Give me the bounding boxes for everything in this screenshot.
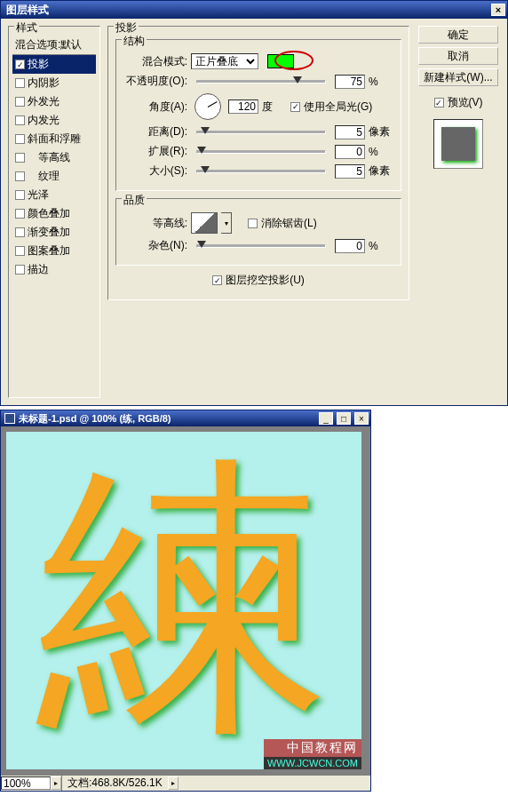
settings-panel: 投影 结构 混合模式: 正片叠底 不透明度(O): % bbox=[107, 26, 409, 398]
dialog-title: 图层样式 bbox=[6, 3, 491, 18]
dialog-titlebar[interactable]: 图层样式 × bbox=[1, 1, 507, 19]
zoom-dropdown-icon[interactable]: ▸ bbox=[51, 776, 61, 790]
blend-mode-label: 混合模式: bbox=[123, 54, 187, 69]
size-slider[interactable] bbox=[196, 170, 326, 173]
ok-button[interactable]: 确定 bbox=[418, 26, 498, 44]
style-label: 内阴影 bbox=[28, 76, 60, 91]
watermark: 中国教程网 WWW.JCWCN.COM bbox=[264, 739, 361, 769]
style-checkbox[interactable] bbox=[15, 209, 25, 219]
shadow-color-swatch[interactable] bbox=[267, 54, 294, 68]
style-label: 外发光 bbox=[28, 94, 60, 109]
angle-unit: 度 bbox=[262, 100, 287, 115]
preview-swatch bbox=[441, 127, 475, 161]
style-checkbox[interactable] bbox=[15, 246, 25, 256]
style-label: 投影 bbox=[28, 57, 49, 72]
structure-legend: 结构 bbox=[122, 34, 147, 49]
contour-dropdown-icon[interactable]: ▾ bbox=[221, 212, 232, 234]
preview-label: 预览(V) bbox=[448, 95, 483, 110]
doc-info-dropdown-icon[interactable]: ▸ bbox=[168, 776, 179, 790]
spread-input[interactable] bbox=[335, 145, 365, 159]
style-checkbox[interactable] bbox=[15, 115, 25, 125]
distance-label: 距离(D): bbox=[123, 124, 187, 139]
blend-mode-select[interactable]: 正片叠底 bbox=[191, 53, 258, 69]
text-layer-glyph: 練 bbox=[37, 454, 330, 747]
cancel-button[interactable]: 取消 bbox=[418, 47, 498, 65]
style-label: 纹理 bbox=[28, 169, 60, 184]
style-row[interactable]: 内发光 bbox=[12, 111, 96, 130]
style-label: 渐变叠加 bbox=[28, 225, 70, 240]
maximize-icon[interactable]: □ bbox=[337, 412, 351, 425]
style-row[interactable]: 纹理 bbox=[12, 167, 96, 186]
style-row[interactable]: 描边 bbox=[12, 260, 96, 279]
new-style-button[interactable]: 新建样式(W)... bbox=[418, 68, 498, 86]
noise-label: 杂色(N): bbox=[123, 238, 187, 253]
style-checkbox[interactable] bbox=[15, 171, 25, 181]
style-checkbox[interactable] bbox=[15, 97, 25, 107]
structure-fieldset: 结构 混合模式: 正片叠底 不透明度(O): % 角度(A) bbox=[115, 39, 401, 191]
watermark-line1: 中国教程网 bbox=[264, 739, 361, 757]
style-row[interactable]: 等高线 bbox=[12, 148, 96, 167]
global-light-label: 使用全局光(G) bbox=[304, 100, 372, 115]
opacity-label: 不透明度(O): bbox=[123, 74, 187, 89]
zoom-input[interactable]: 100% bbox=[1, 776, 51, 790]
antialias-checkbox[interactable] bbox=[248, 219, 258, 228]
style-checkbox[interactable] bbox=[15, 78, 25, 88]
dialog-right-column: 确定 取消 新建样式(W)... 预览(V) bbox=[417, 26, 500, 398]
size-label: 大小(S): bbox=[123, 163, 187, 179]
style-row[interactable]: 外发光 bbox=[12, 92, 96, 111]
styles-list-group: 样式 混合选项:默认投影内阴影外发光内发光斜面和浮雕等高线纹理光泽颜色叠加渐变叠… bbox=[8, 26, 100, 398]
angle-dial[interactable] bbox=[194, 93, 221, 120]
watermark-line2: WWW.JCWCN.COM bbox=[264, 757, 361, 769]
size-unit: 像素 bbox=[369, 163, 393, 179]
style-checkbox[interactable] bbox=[15, 134, 25, 144]
style-label: 图案叠加 bbox=[28, 243, 70, 259]
global-light-checkbox[interactable] bbox=[290, 102, 300, 112]
noise-input[interactable] bbox=[335, 239, 365, 253]
quality-fieldset: 品质 等高线: ▾ 消除锯齿(L) 杂色(N): % bbox=[115, 198, 401, 266]
style-row[interactable]: 颜色叠加 bbox=[12, 204, 96, 223]
style-row[interactable]: 斜面和浮雕 bbox=[12, 130, 96, 148]
distance-unit: 像素 bbox=[369, 124, 393, 139]
status-bar: 100% ▸ 文档:468.8K/526.1K ▸ bbox=[1, 775, 370, 791]
style-label: 颜色叠加 bbox=[28, 206, 70, 221]
spread-slider[interactable] bbox=[196, 150, 326, 154]
distance-input[interactable] bbox=[335, 125, 365, 139]
style-checkbox[interactable] bbox=[15, 190, 25, 200]
angle-input[interactable] bbox=[228, 100, 258, 114]
style-label: 等高线 bbox=[28, 150, 70, 165]
minimize-icon[interactable]: _ bbox=[319, 412, 333, 425]
noise-slider[interactable] bbox=[196, 244, 326, 248]
document-title: 未标题-1.psd @ 100% (练, RGB/8) bbox=[19, 412, 315, 426]
distance-slider[interactable] bbox=[196, 131, 326, 134]
preview-checkbox[interactable] bbox=[434, 98, 444, 107]
spread-label: 扩展(R): bbox=[123, 144, 187, 159]
size-input[interactable] bbox=[335, 164, 365, 179]
close-icon[interactable]: × bbox=[491, 4, 505, 16]
spread-unit: % bbox=[369, 146, 393, 158]
style-checkbox[interactable] bbox=[15, 60, 25, 69]
style-row[interactable]: 图案叠加 bbox=[12, 242, 96, 260]
style-row[interactable]: 光泽 bbox=[12, 186, 96, 204]
opacity-input[interactable] bbox=[335, 75, 365, 89]
preview-box bbox=[433, 119, 483, 169]
knockout-checkbox[interactable] bbox=[212, 275, 222, 285]
angle-label: 角度(A): bbox=[123, 100, 187, 115]
style-row[interactable]: 内阴影 bbox=[12, 74, 96, 92]
styles-legend: 样式 bbox=[14, 20, 39, 36]
style-checkbox[interactable] bbox=[15, 265, 25, 275]
style-checkbox[interactable] bbox=[15, 227, 25, 237]
style-row[interactable]: 混合选项:默认 bbox=[12, 36, 96, 55]
style-row[interactable]: 渐变叠加 bbox=[12, 223, 96, 242]
document-titlebar[interactable]: 未标题-1.psd @ 100% (练, RGB/8) _ □ × bbox=[1, 410, 370, 426]
canvas[interactable]: 練 中国教程网 WWW.JCWCN.COM bbox=[6, 432, 361, 769]
canvas-area: 練 中国教程网 WWW.JCWCN.COM bbox=[1, 426, 370, 775]
style-label: 斜面和浮雕 bbox=[28, 131, 81, 147]
style-label: 描边 bbox=[28, 262, 49, 277]
style-checkbox[interactable] bbox=[15, 153, 25, 163]
contour-label: 等高线: bbox=[123, 216, 187, 231]
style-label: 混合选项:默认 bbox=[15, 37, 82, 52]
opacity-slider[interactable] bbox=[196, 80, 326, 84]
close-icon[interactable]: × bbox=[354, 412, 369, 425]
contour-picker[interactable] bbox=[191, 212, 218, 234]
style-row[interactable]: 投影 bbox=[12, 55, 96, 74]
